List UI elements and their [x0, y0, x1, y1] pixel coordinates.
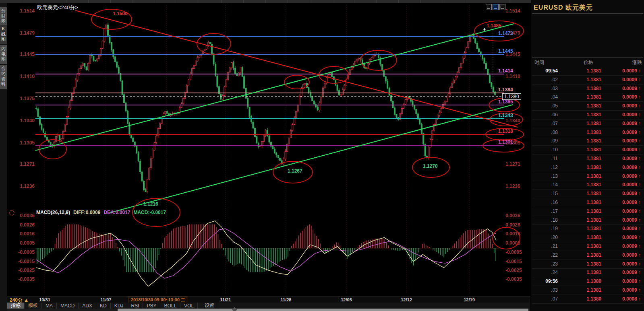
- quote-change: 0.0009 ↑: [622, 191, 641, 196]
- quote-time: .12: [551, 165, 558, 170]
- quote-row: .191.13810.0009 ↑: [532, 224, 643, 233]
- macd-axis-left: -0.0015: [10, 259, 35, 264]
- macd-axis-right: -0.0035: [505, 276, 522, 282]
- symbol-header: EURUSD 欧元美元: [534, 4, 593, 12]
- toolbar-button-KDJ[interactable]: KDJ: [111, 303, 128, 309]
- quote-change: 0.0009 ↑: [622, 261, 641, 267]
- quote-time: .15: [551, 191, 558, 196]
- quote-price: 1.1381: [586, 68, 601, 74]
- toolbar-button-ADX[interactable]: ADX: [79, 303, 96, 309]
- toolbar-button-BOLL[interactable]: BOLL: [160, 303, 180, 309]
- quote-price: 1.1381: [586, 182, 601, 187]
- level-label-1.1384: 1.1384: [498, 87, 513, 93]
- date-label-12/12: 12/12: [401, 297, 412, 302]
- quote-change: 0.0009 ↑: [622, 226, 641, 231]
- annotation-1.1216: 1.1216: [143, 201, 158, 207]
- quote-row: .241.13810.0009 ↑: [532, 268, 643, 277]
- level-label-1.1445: 1.1445: [498, 48, 513, 54]
- quote-row: .081.13810.0009 ↑: [532, 128, 643, 137]
- toolbar-button-MACD[interactable]: MACD: [57, 303, 79, 309]
- macd-axis-left: 0.0026: [10, 222, 35, 228]
- macd-header-segment: DIFF:0.0009: [73, 210, 100, 215]
- quote-price: 1.1381: [586, 94, 601, 100]
- quote-row: .111.13810.0009 ↑: [532, 154, 643, 163]
- quote-change: 0.0009 ↑: [622, 147, 641, 152]
- quote-price: 1.1381: [586, 208, 601, 214]
- quote-time: 09:54: [545, 68, 558, 74]
- quote-time: .07: [551, 121, 558, 126]
- quote-change: 0.0009 ↑: [622, 217, 641, 223]
- price-axis-left: 1.1445: [10, 51, 35, 57]
- price-axis-right: 1.1410: [505, 74, 520, 79]
- scrollbar-thumb[interactable]: [118, 309, 528, 311]
- quote-change: 0.0009 ↑: [622, 130, 641, 135]
- quote-change: 0.0009 ↑: [622, 243, 641, 249]
- quote-time: .04: [551, 94, 558, 100]
- horizontal-scrollbar[interactable]: [7, 309, 530, 311]
- quote-price: 1.1381: [586, 200, 601, 205]
- macd-axis-left: -0.0025: [10, 268, 35, 273]
- level-label-1.1301: 1.1301: [498, 139, 513, 145]
- quote-row: .141.13810.0009 ↑: [532, 181, 643, 189]
- quote-row: 09:561.13800.0008 ↑: [532, 277, 643, 286]
- quote-row: .181.13810.0009 ↑: [532, 216, 643, 225]
- quote-change: 0.0008 ↑: [622, 278, 641, 284]
- time-axis: 240分 ▲ 2018/10/30 09:00~13:00 二 10/3111/…: [7, 296, 530, 303]
- quote-time: .10: [551, 147, 558, 152]
- layout-split-icon[interactable]: [499, 4, 505, 10]
- quote-row: .071.13810.0009 ↑: [532, 119, 643, 128]
- quote-price: 1.1381: [586, 77, 601, 82]
- layout-split-icon-glyph: [501, 6, 504, 9]
- crosshair-icon: +: [483, 26, 486, 32]
- quote-price: 1.1381: [586, 138, 601, 144]
- annotation-1.1485: 1.1485: [487, 23, 501, 29]
- quote-price: 1.1381: [586, 261, 601, 267]
- quote-price: 1.1381: [586, 243, 601, 249]
- quote-price: 1.1381: [586, 226, 601, 231]
- toolbar-button-设置[interactable]: 设置: [201, 303, 218, 309]
- quote-change: 0.0009 ↑: [622, 287, 641, 293]
- toolbar-button-VOL[interactable]: VOL: [180, 303, 198, 309]
- col-time: 时间: [534, 59, 544, 66]
- layout-single-icon[interactable]: [486, 4, 492, 10]
- quote-row: .101.13810.0009 ↑: [532, 146, 643, 154]
- price-axis-right: 1.1271: [505, 161, 520, 167]
- toolbar-button-RSI[interactable]: RSI: [127, 303, 143, 309]
- date-label-12/19: 12/19: [464, 297, 475, 302]
- layout-chart-icon[interactable]: [493, 4, 499, 10]
- quote-time: .17: [551, 208, 558, 214]
- toolbar-button-指标[interactable]: 指标: [7, 303, 25, 309]
- toolbar-button-模板[interactable]: 模板: [25, 303, 42, 309]
- price-axis-left: 1.1514: [10, 8, 35, 14]
- quote-row: .131.13810.0009 ↑: [532, 172, 643, 181]
- quote-change: 0.0009 ↑: [622, 208, 641, 214]
- toolbar-button-PSY[interactable]: PSY: [143, 303, 160, 309]
- macd-axis-right: 0.0005: [505, 240, 520, 246]
- macd-settings-icon[interactable]: [9, 210, 14, 216]
- macd-header-segment: DEA:0.0017: [104, 210, 130, 215]
- level-label-1.1318: 1.1318: [498, 128, 513, 134]
- toolbar-button-MA[interactable]: MA: [42, 303, 57, 309]
- quote-row: .041.13810.0009 ↑: [532, 93, 643, 102]
- col-price: 价格: [584, 59, 593, 66]
- macd-header: MACD(26,12,9)DIFF:0.0009DEA:0.0017MACD:-…: [36, 208, 169, 216]
- quote-row: .201.13810.0009 ↑: [532, 233, 643, 242]
- level-label-1.1343: 1.1343: [498, 113, 513, 118]
- price-axis-left: 1.1340: [10, 118, 35, 124]
- quote-change: 0.0009 ↑: [622, 235, 641, 240]
- price-axis-left: 1.1236: [10, 183, 35, 189]
- quote-change: 0.0009 ↑: [622, 112, 641, 117]
- macd-axis-left: -0.0005: [10, 249, 35, 255]
- quote-time: .03: [551, 287, 558, 293]
- quote-time: .22: [551, 252, 558, 258]
- macd-axis-right: -0.0025: [505, 268, 522, 273]
- quote-change: 0.0009 ↑: [622, 165, 641, 170]
- toolbar-button-KD[interactable]: KD: [96, 303, 111, 309]
- price-axis-left: 1.1271: [10, 161, 35, 167]
- quote-time: .20: [551, 235, 558, 240]
- macd-header-segment: MACD(26,12,9): [36, 210, 70, 215]
- quote-time: .02: [551, 77, 558, 82]
- quote-price: 1.1381: [586, 156, 601, 161]
- quote-time: .13: [551, 173, 558, 179]
- quote-row: .231.13810.0009 ↑: [532, 260, 643, 269]
